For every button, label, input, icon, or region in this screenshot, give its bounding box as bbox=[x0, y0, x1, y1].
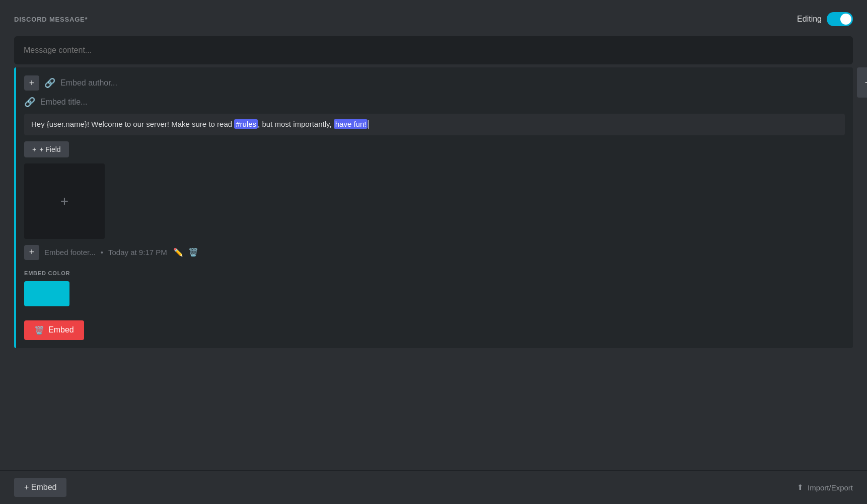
page-title: DISCORD MESSAGE* bbox=[14, 16, 88, 23]
embed-section: + 🔗 Embed author... 🔗 Embed title... Hey… bbox=[14, 67, 853, 348]
field-btn-label: + Field bbox=[39, 145, 60, 153]
footer-separator: • bbox=[101, 248, 103, 257]
add-embed-button[interactable]: + Embed bbox=[14, 478, 66, 497]
edit-footer-button[interactable]: ✏️ bbox=[172, 246, 184, 258]
embed-title-placeholder[interactable]: Embed title... bbox=[40, 98, 87, 107]
add-embed-right-button[interactable]: + bbox=[857, 67, 867, 98]
add-author-button[interactable]: + bbox=[24, 75, 39, 91]
embed-body-text[interactable]: Hey {user.name}! Welcome to our server! … bbox=[24, 114, 845, 135]
editing-toggle[interactable] bbox=[827, 12, 853, 26]
footer-timestamp: Today at 9:17 PM bbox=[108, 248, 167, 257]
text-cursor bbox=[368, 120, 369, 129]
title-link-icon[interactable]: 🔗 bbox=[24, 97, 35, 108]
body-text-highlight-rules: #rules bbox=[234, 119, 258, 129]
message-content-input[interactable] bbox=[14, 36, 853, 64]
delete-embed-trash-icon: 🗑️ bbox=[34, 325, 44, 335]
add-footer-button[interactable]: + bbox=[24, 245, 39, 260]
embed-color-section: EMBED COLOR bbox=[24, 270, 845, 314]
editing-label: Editing bbox=[797, 15, 822, 24]
embed-author-placeholder[interactable]: Embed author... bbox=[60, 78, 117, 88]
embed-image-placeholder[interactable]: + bbox=[24, 163, 105, 239]
body-text-normal-2: , but most importantly, bbox=[258, 120, 334, 128]
footer-plus-icon: + bbox=[29, 247, 35, 258]
add-embed-label: + Embed bbox=[24, 483, 56, 492]
link-icon[interactable]: 🔗 bbox=[44, 77, 55, 89]
embed-footer-placeholder[interactable]: Embed footer... bbox=[44, 248, 96, 257]
editing-toggle-area: Editing bbox=[797, 12, 853, 26]
delete-embed-label: Embed bbox=[48, 325, 74, 334]
embed-title-row: 🔗 Embed title... bbox=[24, 97, 845, 108]
embed-color-label: EMBED COLOR bbox=[24, 270, 845, 276]
embed-footer-row: + Embed footer... • Today at 9:17 PM ✏️ … bbox=[24, 245, 845, 260]
plus-icon: + bbox=[29, 78, 35, 89]
image-plus-icon: + bbox=[60, 193, 68, 209]
import-export-icon: ⬆ bbox=[797, 483, 804, 492]
field-plus-icon: + bbox=[32, 145, 36, 153]
add-field-button[interactable]: + + Field bbox=[24, 141, 69, 157]
embed-author-row: + 🔗 Embed author... bbox=[24, 75, 845, 91]
toggle-thumb bbox=[840, 14, 851, 25]
body-text-selected-havefun: have fun! bbox=[334, 119, 368, 129]
page-header: DISCORD MESSAGE* Editing bbox=[14, 12, 853, 26]
bottom-bar: + Embed ⬆ Import/Export bbox=[0, 470, 867, 504]
delete-footer-button[interactable]: 🗑️ bbox=[187, 246, 199, 258]
add-right-plus-icon: + bbox=[865, 76, 867, 89]
embed-wrapper: + 🔗 Embed author... 🔗 Embed title... Hey… bbox=[14, 67, 853, 348]
delete-embed-button[interactable]: 🗑️ Embed bbox=[24, 320, 84, 340]
import-export-button[interactable]: ⬆ Import/Export bbox=[797, 483, 853, 492]
footer-icons-group: ✏️ 🗑️ bbox=[172, 246, 199, 258]
import-export-label: Import/Export bbox=[808, 483, 853, 492]
embed-color-swatch[interactable] bbox=[24, 281, 69, 306]
body-text-normal-1: Hey {user.name}! Welcome to our server! … bbox=[31, 120, 234, 128]
